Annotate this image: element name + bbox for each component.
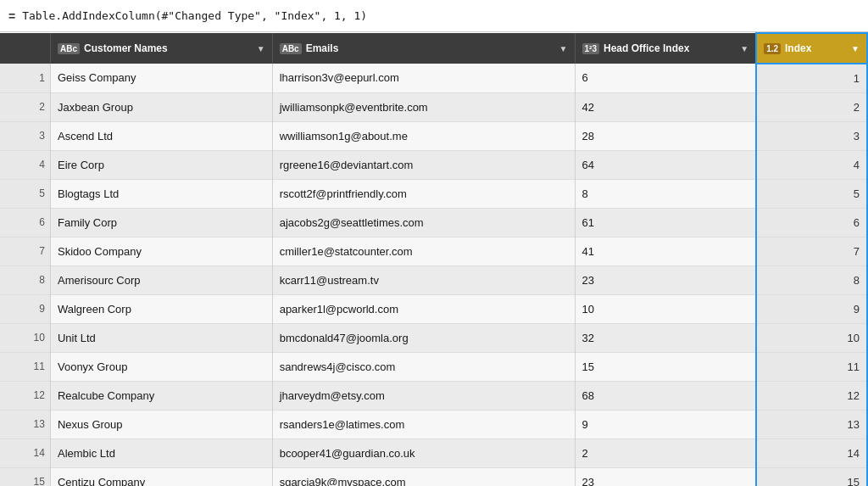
col-type-badge-emails: ABc <box>280 43 302 54</box>
cell-customer-name: Family Corp <box>50 208 272 237</box>
cell-email: rgreene16@deviantart.com <box>272 150 575 179</box>
table-row: 15Centizu Companysgarcia9k@myspace.com23… <box>0 467 867 486</box>
cell-email: aparker1l@pcworld.com <box>272 294 575 323</box>
col-header-customer-names[interactable]: ABc Customer Names ▼ <box>50 33 272 64</box>
cell-email: ajacobs2g@seattletimes.com <box>272 208 575 237</box>
cell-index: 8 <box>756 265 867 294</box>
table-row: 14Alembic Ltdbcooper41@guardian.co.uk214 <box>0 439 867 467</box>
cell-row-num: 7 <box>0 237 50 265</box>
col-type-badge-index: 1.2 <box>764 43 781 54</box>
cell-customer-name: Realcube Company <box>50 381 272 410</box>
cell-row-num: 4 <box>0 150 50 179</box>
cell-email: jwilliamsonpk@eventbrite.com <box>272 92 575 121</box>
cell-customer-name: Blogtags Ltd <box>50 179 272 208</box>
cell-customer-name: Skidoo Company <box>50 237 272 265</box>
cell-head-office-index: 2 <box>575 439 756 467</box>
col-header-head-office-index[interactable]: 1²3 Head Office Index ▼ <box>575 33 756 64</box>
cell-customer-name: Ascend Ltd <box>50 121 272 150</box>
col-label-emails: Emails <box>306 42 339 54</box>
cell-row-num: 15 <box>0 467 50 486</box>
cell-index: 7 <box>756 237 867 265</box>
cell-customer-name: Centizu Company <box>50 467 272 486</box>
cell-email: cmiller1e@statcounter.com <box>272 237 575 265</box>
formula-equals-sign: = <box>8 9 15 23</box>
formula-expression: Table.AddIndexColumn(#"Changed Type", "I… <box>22 9 367 22</box>
cell-head-office-index: 64 <box>575 150 756 179</box>
col-type-badge-customer: ABc <box>58 43 80 54</box>
cell-head-office-index: 23 <box>575 265 756 294</box>
cell-email: rsanders1e@latimes.com <box>272 410 575 439</box>
table-row: 9Walgreen Corpaparker1l@pcworld.com109 <box>0 294 867 323</box>
table-row: 5Blogtags Ltdrscott2f@printfriendly.com8… <box>0 179 867 208</box>
table-row: 7Skidoo Companycmiller1e@statcounter.com… <box>0 237 867 265</box>
cell-index: 15 <box>756 467 867 486</box>
cell-row-num: 8 <box>0 265 50 294</box>
cell-customer-name: Nexus Group <box>50 410 272 439</box>
cell-head-office-index: 9 <box>575 410 756 439</box>
table-row: 8Amerisourc Corpkcarr11@ustream.tv238 <box>0 265 867 294</box>
cell-email: bcooper41@guardian.co.uk <box>272 439 575 467</box>
cell-row-num: 13 <box>0 410 50 439</box>
cell-index: 3 <box>756 121 867 150</box>
cell-email: rscott2f@printfriendly.com <box>272 179 575 208</box>
dropdown-arrow-emails[interactable]: ▼ <box>559 44 568 53</box>
cell-index: 14 <box>756 439 867 467</box>
dropdown-arrow-head-office[interactable]: ▼ <box>740 44 748 53</box>
col-label-head-office-index: Head Office Index <box>604 42 689 54</box>
cell-row-num: 11 <box>0 352 50 381</box>
cell-row-num: 14 <box>0 439 50 467</box>
table-row: 4Eire Corprgreene16@deviantart.com644 <box>0 150 867 179</box>
cell-row-num: 5 <box>0 179 50 208</box>
col-type-badge-head-office: 1²3 <box>582 43 599 54</box>
cell-index: 10 <box>756 323 867 352</box>
col-header-rownum <box>0 33 50 64</box>
dropdown-arrow-index[interactable]: ▼ <box>851 44 860 53</box>
table-row: 2Jaxbean Groupjwilliamsonpk@eventbrite.c… <box>0 92 867 121</box>
cell-index: 6 <box>756 208 867 237</box>
cell-head-office-index: 68 <box>575 381 756 410</box>
cell-head-office-index: 23 <box>575 467 756 486</box>
col-label-index: Index <box>785 42 811 54</box>
cell-email: lharrison3v@eepurl.com <box>272 64 575 92</box>
cell-customer-name: Geiss Company <box>50 64 272 92</box>
cell-row-num: 6 <box>0 208 50 237</box>
col-header-emails[interactable]: ABc Emails ▼ <box>272 33 575 64</box>
cell-row-num: 9 <box>0 294 50 323</box>
cell-email: kcarr11@ustream.tv <box>272 265 575 294</box>
table-row: 6Family Corpajacobs2g@seattletimes.com61… <box>0 208 867 237</box>
cell-index: 12 <box>756 381 867 410</box>
cell-customer-name: Walgreen Corp <box>50 294 272 323</box>
cell-row-num: 2 <box>0 92 50 121</box>
cell-index: 13 <box>756 410 867 439</box>
table-row: 12Realcube Companyjharveydm@etsy.com6812 <box>0 381 867 410</box>
cell-customer-name: Voonyx Group <box>50 352 272 381</box>
table-header-row: ABc Customer Names ▼ ABc Emails ▼ <box>0 33 867 64</box>
cell-row-num: 10 <box>0 323 50 352</box>
dropdown-arrow-customer[interactable]: ▼ <box>257 44 265 53</box>
cell-customer-name: Alembic Ltd <box>50 439 272 467</box>
cell-customer-name: Unit Ltd <box>50 323 272 352</box>
cell-customer-name: Amerisourc Corp <box>50 265 272 294</box>
cell-email: sgarcia9k@myspace.com <box>272 467 575 486</box>
table-body: 1Geiss Companylharrison3v@eepurl.com612J… <box>0 64 867 486</box>
cell-index: 4 <box>756 150 867 179</box>
cell-email: jharveydm@etsy.com <box>272 381 575 410</box>
cell-row-num: 1 <box>0 64 50 92</box>
data-table: ABc Customer Names ▼ ABc Emails ▼ <box>0 32 868 486</box>
cell-row-num: 12 <box>0 381 50 410</box>
table-row: 1Geiss Companylharrison3v@eepurl.com61 <box>0 64 867 92</box>
cell-head-office-index: 61 <box>575 208 756 237</box>
cell-email: sandrews4j@cisco.com <box>272 352 575 381</box>
cell-index: 5 <box>756 179 867 208</box>
cell-head-office-index: 6 <box>575 64 756 92</box>
cell-head-office-index: 15 <box>575 352 756 381</box>
cell-customer-name: Jaxbean Group <box>50 92 272 121</box>
cell-customer-name: Eire Corp <box>50 150 272 179</box>
cell-head-office-index: 28 <box>575 121 756 150</box>
table-row: 11Voonyx Groupsandrews4j@cisco.com1511 <box>0 352 867 381</box>
table-row: 10Unit Ltdbmcdonald47@joomla.org3210 <box>0 323 867 352</box>
col-label-customer-names: Customer Names <box>84 42 168 54</box>
cell-index: 11 <box>756 352 867 381</box>
col-header-index[interactable]: 1.2 Index ▼ <box>756 33 867 64</box>
cell-email: bmcdonald47@joomla.org <box>272 323 575 352</box>
